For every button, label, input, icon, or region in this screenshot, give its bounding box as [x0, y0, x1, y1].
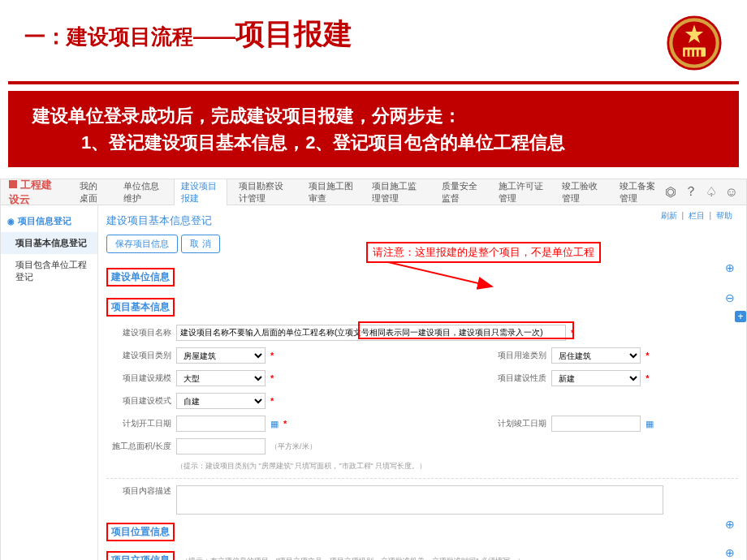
tab-quality-safety[interactable]: 质量安全监督 [435, 179, 487, 209]
tab-unitinfo[interactable]: 单位信息维护 [117, 179, 169, 209]
link-refresh[interactable]: 刷新 [661, 211, 677, 220]
section-unit-info[interactable]: 建设单位信息 [106, 268, 175, 286]
banner-line2: 1、登记建设项目基本信息，2、登记项目包含的单位工程信息 [32, 129, 723, 156]
bell-icon[interactable]: ♤ [706, 184, 717, 200]
red-divider [8, 81, 739, 84]
label-nature: 项目建设性质 [481, 373, 546, 384]
slide-title-prefix: 一：建设项目流程—— [24, 24, 235, 49]
cancel-button[interactable]: 取 消 [181, 235, 219, 253]
expand-toggle-s3[interactable]: ⊕ [725, 518, 735, 531]
page-title-meta: 刷新 | 栏目 | 帮助 [658, 210, 735, 222]
page-title: 建设项目基本信息登记 [106, 210, 738, 235]
tab-completion[interactable]: 竣工验收管理 [555, 179, 607, 209]
instruction-banner: 建设单位登录成功后，完成建设项目报建，分两步走： 1、登记建设项目基本信息，2、… [8, 91, 739, 167]
expand-toggle-s4[interactable]: ⊕ [725, 546, 735, 559]
sidebar-item-unit-works[interactable]: 项目包含单位工程登记 [1, 254, 97, 288]
tab-filing[interactable]: 竣工备案管理 [613, 179, 665, 209]
section-project-basic[interactable]: 项目基本信息 [106, 298, 175, 317]
link-menu[interactable]: 栏目 [689, 211, 705, 220]
section-approval-hint: （提示：有立项信息的项目，"项目立项文号、项目立项级别、立项批准机关、立项批准时… [181, 556, 525, 560]
callout-arrow [212, 256, 496, 337]
input-start-date[interactable] [176, 416, 266, 432]
area-unit: （平方米/米） [270, 442, 317, 452]
tab-survey-design[interactable]: 项目勘察设计管理 [232, 179, 297, 209]
label-class: 建设项目类别 [106, 350, 171, 361]
tab-permit[interactable]: 施工许可证管理 [492, 179, 551, 209]
select-mode[interactable]: 自建 [176, 393, 266, 409]
slide-title-main: 项目报建 [235, 17, 352, 50]
label-use: 项目用途类别 [481, 350, 546, 361]
input-end-date[interactable] [551, 416, 641, 432]
textarea-desc[interactable] [176, 485, 663, 515]
section-location[interactable]: 项目位置信息 [106, 523, 175, 541]
tab-drawing-review[interactable]: 项目施工图审查 [302, 179, 361, 209]
nav-icon[interactable]: ⏣ [665, 184, 676, 200]
app-window: 工程建设云 我的桌面 单位信息维护 建设项目报建 项目勘察设计管理 项目施工图审… [0, 179, 747, 560]
label-project-name: 建设项目名称 [106, 327, 171, 338]
callout-box: 请注意：这里报建的是整个项目，不是单位工程 [366, 242, 601, 263]
tab-desktop[interactable]: 我的桌面 [73, 179, 112, 209]
select-class[interactable]: 房屋建筑 [176, 347, 266, 364]
svg-rect-7 [699, 50, 702, 56]
link-help[interactable]: 帮助 [716, 211, 732, 220]
input-area[interactable] [176, 438, 266, 454]
label-start: 计划开工日期 [106, 418, 171, 429]
sidebar: 项目信息登记 项目基本信息登记 项目包含单位工程登记 [1, 205, 98, 560]
label-end: 计划竣工日期 [481, 418, 546, 429]
brand-logo: 工程建设云 [9, 179, 60, 207]
divider [106, 478, 738, 479]
calendar-icon-2[interactable]: ▦ [646, 419, 654, 429]
area-hint: （提示：建设项目类别为 "房屋建筑" 只填写面积，"市政工程" 只填写长度。） [176, 461, 426, 472]
slide-title: 一：建设项目流程——项目报建 [24, 15, 352, 54]
form-area: 建设项目名称 * 建设项目类别 房屋建筑 * 项目建设规模 [106, 321, 738, 518]
top-bar: 工程建设云 我的桌面 单位信息维护 建设项目报建 项目勘察设计管理 项目施工图审… [1, 179, 746, 205]
sidebar-head: 项目信息登记 [1, 210, 97, 232]
sidebar-item-basic-info[interactable]: 项目基本信息登记 [1, 232, 97, 254]
user-icon[interactable]: ☺ [725, 185, 738, 200]
help-icon[interactable]: ？ [684, 183, 697, 200]
select-scale[interactable]: 大型 [176, 370, 266, 386]
svg-rect-5 [689, 50, 692, 56]
side-add-button[interactable]: + [735, 311, 746, 322]
emblem-icon [666, 15, 723, 71]
svg-rect-6 [694, 50, 697, 56]
select-use[interactable]: 居住建筑 [551, 347, 641, 364]
label-desc: 项目内容描述 [106, 485, 171, 497]
section-approval[interactable]: 项目立项信息 [106, 551, 175, 560]
svg-rect-4 [685, 50, 688, 56]
svg-line-9 [374, 259, 492, 286]
save-button[interactable]: 保存项目信息 [106, 235, 178, 253]
tab-construction-mgmt[interactable]: 项目施工监理管理 [365, 179, 430, 209]
expand-toggle-s2[interactable]: ⊖ [725, 291, 735, 304]
label-scale: 项目建设规模 [106, 373, 171, 384]
main-panel: 建设项目基本信息登记 刷新 | 栏目 | 帮助 保存项目信息 取 消 请注意：这… [98, 205, 746, 560]
select-nature[interactable]: 新建 [551, 370, 641, 386]
label-area: 施工总面积/长度 [106, 441, 171, 452]
calendar-icon[interactable]: ▦ [270, 419, 279, 429]
banner-line1: 建设单位登录成功后，完成建设项目报建，分两步走： [32, 106, 461, 126]
label-mode: 项目建设模式 [106, 395, 171, 407]
expand-toggle-s1[interactable]: ⊕ [725, 261, 735, 274]
